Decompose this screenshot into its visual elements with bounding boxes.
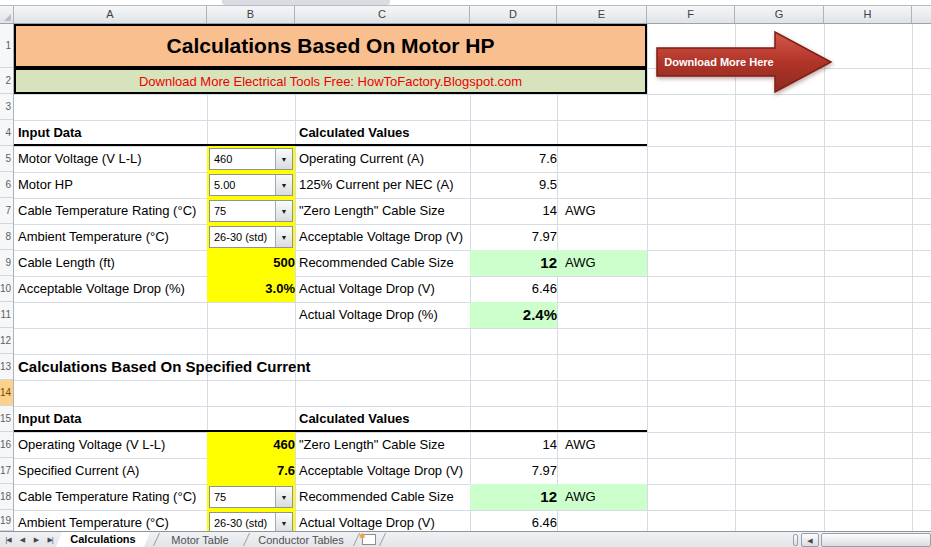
dropdown-value: 5.00 [210, 175, 275, 195]
tab-separator [379, 533, 386, 546]
specified-current-cell[interactable]: 7.6 [207, 458, 300, 484]
calc-label: Actual Voltage Drop (%) [295, 302, 471, 328]
chevron-down-icon[interactable]: ▼ [275, 175, 292, 195]
unit-awg: AWG [557, 198, 653, 224]
dropdown-value: 26-30 (std) [210, 513, 275, 533]
calc-label: "Zero Length" Cable Size [295, 432, 471, 458]
tab-motor-table[interactable]: Motor Table [162, 533, 238, 547]
title-banner: Calculations Based On Motor HP [14, 24, 647, 68]
calc-value[interactable]: 7.97 [470, 224, 562, 250]
calc-label: Actual Voltage Drop (V) [295, 276, 471, 302]
calc-value[interactable]: 14 [470, 198, 562, 224]
cable-temp-dropdown-1[interactable]: 75 ▼ [209, 200, 293, 222]
acceptable-drop-pct-cell[interactable]: 3.0% [207, 276, 300, 302]
input-label: Cable Temperature Rating (°C) [14, 484, 208, 510]
calc-value[interactable]: 7.97 [470, 458, 562, 484]
input-label: Specified Current (A) [14, 458, 208, 484]
chevron-down-icon[interactable]: ▼ [275, 227, 292, 247]
recommended-cable-size-value-2[interactable]: 12 [470, 484, 567, 510]
dropdown-value: 75 [210, 201, 275, 221]
insert-worksheet-icon: ✱ [359, 532, 366, 541]
calc-value[interactable]: 7.6 [470, 146, 562, 172]
last-sheet-button[interactable]: ▶| [44, 533, 56, 547]
calc-label: Recommended Cable Size [295, 484, 471, 510]
calc-label: 125% Current per NEC (A) [295, 172, 471, 198]
calculated-values-header-2: Calculated Values [295, 406, 647, 432]
calc-value[interactable]: 9.5 [470, 172, 562, 198]
chevron-down-icon[interactable]: ▼ [275, 513, 292, 533]
input-label: Operating Voltage (V L-L) [14, 432, 208, 458]
input-label: Motor Voltage (V L-L) [14, 146, 208, 172]
dropdown-value: 26-30 (std) [210, 227, 275, 247]
tab-splitter-handle[interactable] [793, 534, 798, 546]
cable-temp-dropdown-2[interactable]: 75 ▼ [209, 486, 293, 508]
tab-separator [153, 533, 160, 546]
unit-awg: AWG [557, 484, 653, 510]
input-data-header-2: Input Data [14, 406, 295, 432]
scroll-left-button[interactable]: ◀ [801, 533, 819, 547]
actual-voltage-drop-pct-value[interactable]: 2.4% [470, 302, 565, 328]
calc-value[interactable]: 14 [470, 432, 562, 458]
motor-voltage-dropdown[interactable]: 460 ▼ [209, 148, 293, 170]
input-label: Motor HP [14, 172, 208, 198]
tab-separator [243, 533, 250, 546]
calc-label: Acceptable Voltage Drop (V) [295, 224, 471, 250]
input-label: Ambient Temperature (°C) [14, 224, 208, 250]
chevron-down-icon[interactable]: ▼ [275, 487, 292, 507]
input-label: Cable Temperature Rating (°C) [14, 198, 208, 224]
download-arrow-label[interactable]: Download More Here [661, 48, 777, 76]
first-sheet-button[interactable]: |◀ [2, 533, 14, 547]
next-sheet-button[interactable]: ▶ [30, 533, 42, 547]
page-title: Calculations Based On Motor HP [167, 34, 495, 58]
calc-value[interactable]: 6.46 [470, 276, 562, 302]
unit-awg: AWG [557, 250, 653, 276]
calculated-values-header-1: Calculated Values [295, 120, 647, 146]
chevron-down-icon[interactable]: ▼ [275, 149, 292, 169]
unit-awg: AWG [557, 432, 653, 458]
cable-length-cell[interactable]: 500 [207, 250, 300, 276]
section-2-heading: Calculations Based On Specified Current [14, 354, 438, 380]
insert-worksheet-tab[interactable]: ✱ [362, 534, 376, 545]
motor-hp-dropdown[interactable]: 5.00 ▼ [209, 174, 293, 196]
prev-sheet-button[interactable]: ◀ [16, 533, 28, 547]
promo-text: Download More Electrical Tools Free: How… [139, 74, 522, 89]
recommended-cable-size-value-1[interactable]: 12 [470, 250, 567, 276]
calc-label: Recommended Cable Size [295, 250, 471, 276]
input-label: Cable Length (ft) [14, 250, 208, 276]
ambient-temp-dropdown-1[interactable]: 26-30 (std) ▼ [209, 226, 293, 248]
chevron-down-icon[interactable]: ▼ [275, 201, 292, 221]
input-data-header-1: Input Data [14, 120, 295, 146]
operating-voltage-cell[interactable]: 460 [207, 432, 300, 458]
calc-label: Operating Current (A) [295, 146, 471, 172]
tab-conductor-tables[interactable]: Conductor Tables [252, 533, 350, 547]
horizontal-scrollbar-thumb[interactable] [821, 533, 931, 547]
sheet-tab-bar: |◀ ◀ ▶ ▶| Calculations Motor Table Condu… [0, 531, 931, 547]
dropdown-value: 460 [210, 149, 275, 169]
calc-label: Acceptable Voltage Drop (V) [295, 458, 471, 484]
calc-label: "Zero Length" Cable Size [295, 198, 471, 224]
tab-calculations[interactable]: Calculations [56, 532, 150, 547]
promo-banner: Download More Electrical Tools Free: How… [14, 68, 647, 94]
input-label: Acceptable Voltage Drop (%) [14, 276, 208, 302]
dropdown-value: 75 [210, 487, 275, 507]
spreadsheet-window: A B C D E F G H 1 2 3 4 5 6 7 8 9 10 11 … [0, 0, 931, 547]
